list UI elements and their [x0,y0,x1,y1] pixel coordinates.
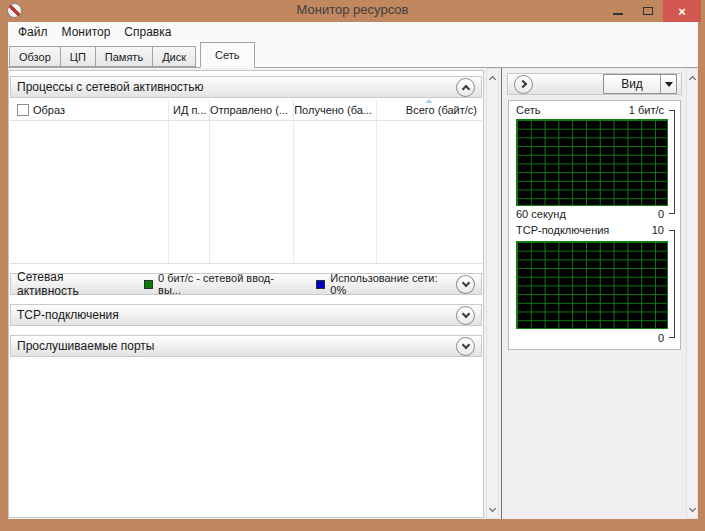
table-bottom-edge [10,263,482,264]
sort-indicator-icon [425,99,433,103]
tcp-chart-title: TCP-подключения [516,224,609,237]
triangle-down-icon [665,82,673,87]
section-title: Сетевая активность [17,270,128,298]
chevron-up-icon [489,75,496,82]
legend-blue-swatch [316,280,325,289]
section-header-ports[interactable]: Прослушиваемые порты [10,335,482,357]
tab-strip: Обзор ЦП Память Диск Сеть [8,42,698,68]
left-pane-scrollbar[interactable] [486,68,499,519]
expand-button[interactable] [456,337,475,356]
legend-utilization-label: Использование сети: 0% [330,272,456,296]
menu-monitor[interactable]: Монитор [62,25,111,39]
chevron-down-icon [461,340,469,348]
column-divider [293,99,294,263]
select-all-checkbox[interactable] [17,104,29,116]
network-tab-page: Процессы с сетевой активностью Образ ИД … [8,70,484,518]
column-header-pid[interactable]: ИД п... [173,99,209,121]
chevron-down-icon [461,309,469,317]
network-chart-title: Сеть [516,104,540,117]
minimize-button[interactable] [603,0,633,22]
network-scale-bracket [669,110,675,214]
view-dropdown-arrow[interactable] [660,75,676,93]
tcp-chart-header: TCP-подключения 10 [516,224,664,237]
scroll-down-button[interactable] [487,502,498,516]
chevron-up-icon [461,84,469,92]
menu-help[interactable]: Справка [124,25,171,39]
chevron-down-icon [688,504,695,511]
column-divider [376,99,377,263]
chevron-right-icon [518,80,526,88]
minimize-icon [613,13,623,15]
network-graph [516,119,668,206]
tcp-chart-footer: 0 [516,332,664,345]
scroll-down-button[interactable] [687,502,697,516]
process-table-header: Образ ИД п... Отправлено (... Получено (… [10,99,482,121]
section-header-tcp[interactable]: TCP-подключения [10,304,482,326]
tcp-chart-max: 10 [652,224,664,237]
section-title: Процессы с сетевой активностью [17,80,204,94]
scroll-up-button[interactable] [487,71,498,85]
right-pane-scrollbar[interactable] [686,68,698,519]
network-chart-min: 0 [658,208,664,221]
expand-button[interactable] [456,306,475,325]
column-header-received[interactable]: Получено (ба... [294,99,372,121]
close-button[interactable]: × [663,0,701,22]
expand-button[interactable] [456,275,475,294]
close-icon: × [678,4,686,19]
column-header-image[interactable]: Образ [33,99,65,121]
chevron-down-icon [489,504,496,511]
window-body: Файл Монитор Справка Обзор ЦП Память Дис… [8,22,698,519]
network-chart-xlabel: 60 секунд [516,208,566,221]
column-divider [168,99,169,263]
pane-divider[interactable] [501,68,502,519]
tcp-scale-bracket [669,230,675,338]
network-chart-header: Сеть 1 бит/с [516,104,664,117]
tab-network[interactable]: Сеть [200,42,254,68]
view-button-label: Вид [604,75,660,93]
section-title: Прослушиваемые порты [17,339,154,353]
menu-file[interactable]: Файл [18,25,48,39]
section-header-network-activity[interactable]: Сетевая активность 0 бит/с - сетевой вво… [10,273,482,295]
charts-panel: Сеть 1 бит/с 60 секунд 0 TCP-подключения… [508,100,681,350]
network-chart-max: 1 бит/с [629,104,664,117]
section-title: TCP-подключения [17,308,119,322]
scroll-up-button[interactable] [687,71,697,85]
chevron-up-icon [688,75,695,82]
tab-disk[interactable]: Диск [153,46,196,67]
maximize-icon [643,7,653,15]
tab-cpu[interactable]: ЦП [61,46,96,67]
menu-bar: Файл Монитор Справка [8,22,698,42]
charts-pane: Вид Сеть 1 бит/с 60 секунд 0 TCP-п [503,68,686,519]
title-bar: Монитор ресурсов × [0,0,705,22]
column-divider [209,99,210,263]
column-header-sent[interactable]: Отправлено (... [210,99,288,121]
chevron-down-icon [461,278,469,286]
maximize-button[interactable] [633,0,663,22]
section-header-processes[interactable]: Процессы с сетевой активностью [10,76,482,98]
collapse-charts-button[interactable] [514,75,533,94]
legend-green-swatch [144,280,153,289]
network-chart-footer: 60 секунд 0 [516,208,664,221]
view-button[interactable]: Вид [603,74,677,94]
tcp-graph [516,241,668,329]
collapse-button[interactable] [456,78,475,97]
main-area: Процессы с сетевой активностью Образ ИД … [8,68,698,519]
legend-io-label: 0 бит/с - сетевой ввод-вы... [158,272,296,296]
tcp-chart-min: 0 [658,332,664,345]
charts-toolbar: Вид [507,73,682,95]
tab-overview[interactable]: Обзор [9,46,61,67]
tab-memory[interactable]: Память [96,46,153,67]
window-title: Монитор ресурсов [0,2,705,17]
